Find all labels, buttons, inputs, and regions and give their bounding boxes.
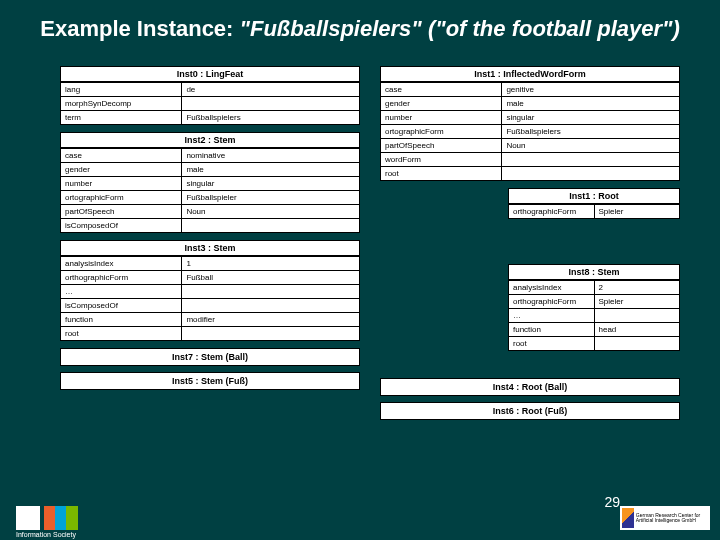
table-row: termFußballspielers xyxy=(61,110,359,124)
title-italic: "Fußballspielers" ("of the football play… xyxy=(240,16,680,41)
table-row: … xyxy=(61,284,359,298)
table-row: root xyxy=(381,166,679,180)
inst6-bar: Inst6 : Root (Fuß) xyxy=(380,402,680,420)
table-row: casenominative xyxy=(61,148,359,162)
left-column: Inst0 : LingFeat langde morphSynDecomp t… xyxy=(60,66,360,396)
table-row: wordForm xyxy=(381,152,679,166)
table-row: casegenitive xyxy=(381,82,679,96)
inst2-header: Inst2 : Stem xyxy=(61,133,359,148)
table-row: functionmodifier xyxy=(61,312,359,326)
table-row: orthographicFormSpieler xyxy=(509,294,679,308)
inst7-bar: Inst7 : Stem (Ball) xyxy=(60,348,360,366)
footer-logos xyxy=(16,506,78,530)
table-row: analysisIndex2 xyxy=(509,280,679,294)
inst3-box: Inst3 : Stem analysisIndex1 orthographic… xyxy=(60,240,360,341)
dfki-logo: German Research Center for Artificial In… xyxy=(620,506,710,530)
table-row: gendermale xyxy=(381,96,679,110)
table-row: ortographicFormFußballspieler xyxy=(61,190,359,204)
inst0-box: Inst0 : LingFeat langde morphSynDecomp t… xyxy=(60,66,360,125)
logo-icon xyxy=(16,506,40,530)
inst0-header: Inst0 : LingFeat xyxy=(61,67,359,82)
table-row: isComposedOf xyxy=(61,298,359,312)
table-row: numbersingular xyxy=(61,176,359,190)
inst2-box: Inst2 : Stem casenominative gendermale n… xyxy=(60,132,360,233)
page-number: 29 xyxy=(604,494,620,510)
inst3-header: Inst3 : Stem xyxy=(61,241,359,256)
table-row: langde xyxy=(61,82,359,96)
inst1-header: Inst1 : InflectedWordForm xyxy=(381,67,679,82)
right-column: Inst1 : InflectedWordForm casegenitive g… xyxy=(380,66,680,426)
table-row: orthographicFormSpieler xyxy=(509,204,679,218)
inst4-bar: Inst4 : Root (Ball) xyxy=(380,378,680,396)
table-row: partOfSpeechNoun xyxy=(381,138,679,152)
table-row: root xyxy=(61,326,359,340)
inst1root-header: Inst1 : Root xyxy=(509,189,679,204)
slide-title: Example Instance: "Fußballspielers" ("of… xyxy=(0,0,720,48)
inst8-box: Inst8 : Stem analysisIndex2 orthographic… xyxy=(508,264,680,351)
slide: Example Instance: "Fußballspielers" ("of… xyxy=(0,0,720,540)
dfki-square-icon xyxy=(622,508,634,528)
table-row: analysisIndex1 xyxy=(61,256,359,270)
inst1-box: Inst1 : InflectedWordForm casegenitive g… xyxy=(380,66,680,181)
inst8-header: Inst8 : Stem xyxy=(509,265,679,280)
content-area: Inst0 : LingFeat langde morphSynDecomp t… xyxy=(60,66,680,480)
table-row: gendermale xyxy=(61,162,359,176)
table-row: ortographicFormFußballspielers xyxy=(381,124,679,138)
table-row: numbersingular xyxy=(381,110,679,124)
title-plain: Example Instance: xyxy=(40,16,239,41)
table-row: root xyxy=(509,336,679,350)
table-row: partOfSpeechNoun xyxy=(61,204,359,218)
table-row: orthographicFormFußball xyxy=(61,270,359,284)
inst1root-box: Inst1 : Root orthographicFormSpieler xyxy=(508,188,680,219)
table-row: isComposedOf xyxy=(61,218,359,232)
logo-icon xyxy=(44,506,78,530)
inst5-bar: Inst5 : Stem (Fuß) xyxy=(60,372,360,390)
footer-label: Information Society xyxy=(16,531,76,538)
table-row: functionhead xyxy=(509,322,679,336)
table-row: morphSynDecomp xyxy=(61,96,359,110)
dfki-text: German Research Center for Artificial In… xyxy=(636,513,710,524)
table-row: … xyxy=(509,308,679,322)
